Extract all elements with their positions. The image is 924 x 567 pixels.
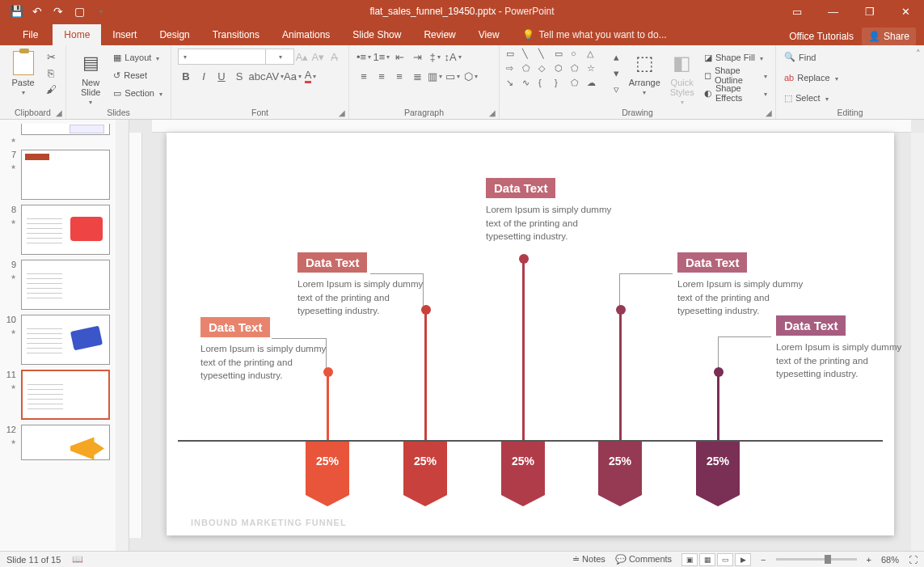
start-from-beginning-icon[interactable]: ▢ [70, 2, 89, 21]
font-launcher-icon[interactable]: ◢ [339, 108, 345, 117]
font-size-combo[interactable] [265, 49, 294, 65]
zoom-slider[interactable] [776, 558, 857, 561]
zoom-out-button[interactable]: − [761, 555, 766, 565]
thumb-11[interactable]: 11★ [0, 367, 129, 422]
slideshow-view-button[interactable]: ▶ [735, 553, 751, 566]
arrange-button[interactable]: ⬚Arrange▾ [627, 49, 661, 107]
shapes-more-icon[interactable]: ▴ [608, 49, 624, 65]
tab-transitions[interactable]: Transitions [201, 24, 271, 45]
cut-button[interactable]: ✂ [43, 49, 59, 65]
banner-3[interactable]: 25% [501, 442, 545, 495]
bullets-button[interactable]: •≡ [356, 49, 372, 65]
banner-5[interactable]: 25% [696, 442, 740, 495]
banner-4[interactable]: 25% [598, 442, 642, 495]
strikethrough-button[interactable]: S [231, 68, 247, 84]
increase-font-button[interactable]: A▴ [294, 49, 310, 65]
copy-button[interactable]: ⎘ [43, 65, 59, 81]
thumb-12[interactable]: 12★ [0, 422, 129, 463]
smartart-button[interactable]: ⬡ [462, 68, 479, 84]
spellcheck-icon[interactable]: 📖 [72, 554, 83, 565]
italic-button[interactable]: I [196, 68, 212, 84]
justify-button[interactable]: ≣ [409, 68, 425, 84]
thumb-9[interactable]: 9★ [0, 257, 129, 312]
layout-button[interactable]: ▦ Layout [112, 49, 164, 66]
tab-animations[interactable]: Animations [271, 24, 341, 45]
fit-to-window-button[interactable]: ⛶ [909, 555, 918, 565]
text-direction-button[interactable]: ↕A [445, 49, 461, 65]
align-text-button[interactable]: ▭ [445, 68, 461, 84]
banner-1[interactable]: 25% [306, 442, 349, 495]
shapes-gallery[interactable]: ▭╲╲▭○△ ⇨⬠◇⬡⬠☆ ↘∿{}⬠☁ [506, 49, 601, 107]
shadow-button[interactable]: abc [249, 68, 265, 84]
restore-button[interactable]: ❐ [851, 0, 888, 23]
thumb-10[interactable]: 10★ [0, 312, 129, 367]
align-center-button[interactable]: ≡ [373, 68, 390, 84]
decrease-indent-button[interactable]: ⇤ [391, 49, 407, 65]
reading-view-button[interactable]: ▭ [717, 553, 733, 566]
font-color-button[interactable]: A [302, 68, 319, 84]
tab-file[interactable]: File [11, 24, 49, 45]
tab-insert[interactable]: Insert [101, 24, 148, 45]
data-desc-4[interactable]: Lorem Ipsum is simply dummy text of the … [677, 277, 815, 318]
share-button[interactable]: 👤Share [862, 28, 916, 45]
shapes-more-icon2[interactable]: ▾ [608, 65, 624, 81]
banner-2[interactable]: 25% [403, 442, 447, 495]
data-desc-5[interactable]: Lorem Ipsum is simply dummy text of the … [776, 341, 913, 381]
decrease-font-button[interactable]: A▾ [310, 49, 326, 65]
find-button[interactable]: 🔍 Find [783, 49, 918, 66]
thumb-8[interactable]: 8★ [0, 202, 129, 257]
sorter-view-button[interactable]: ▦ [699, 553, 715, 566]
underline-button[interactable]: U [213, 68, 230, 84]
new-slide-button[interactable]: ▤ New Slide ▾ [73, 49, 108, 107]
align-right-button[interactable]: ≡ [391, 68, 407, 84]
thumb-6-partial[interactable]: ★ [0, 121, 129, 147]
clipboard-launcher-icon[interactable]: ◢ [56, 108, 62, 117]
align-left-button[interactable]: ≡ [356, 68, 372, 84]
close-button[interactable]: ✕ [888, 0, 924, 23]
zoom-in-button[interactable]: + [867, 555, 871, 565]
collapse-ribbon-icon[interactable]: ˄ [916, 49, 921, 59]
font-name-combo[interactable] [178, 49, 266, 65]
tab-design[interactable]: Design [148, 24, 200, 45]
thumb-scrollbar[interactable] [116, 120, 129, 551]
shape-effects-button[interactable]: ◐ Shape Effects [702, 84, 769, 102]
normal-view-button[interactable]: ▣ [681, 553, 698, 566]
change-case-button[interactable]: Aa [285, 68, 301, 84]
minimize-button[interactable]: — [815, 0, 851, 23]
vertical-ruler[interactable] [129, 133, 142, 538]
zoom-level[interactable]: 68% [881, 555, 899, 565]
quick-styles-button[interactable]: ◧Quick Styles▾ [665, 49, 698, 107]
data-label-2[interactable]: Data Text [297, 252, 367, 273]
reset-button[interactable]: ↺ Reset [112, 66, 164, 84]
notes-button[interactable]: ≐ Notes [572, 554, 605, 565]
data-label-5[interactable]: Data Text [776, 315, 846, 336]
shape-fill-button[interactable]: ◪ Shape Fill [702, 49, 769, 66]
tell-me-input[interactable]: 💡Tell me what you want to do... [511, 24, 678, 45]
tab-view[interactable]: View [467, 24, 511, 45]
data-label-3[interactable]: Data Text [486, 178, 555, 198]
select-button[interactable]: ⬚ Select [783, 90, 918, 107]
shape-outline-button[interactable]: ◻ Shape Outline [702, 66, 769, 84]
numbering-button[interactable]: 1≡ [373, 49, 390, 65]
tab-slideshow[interactable]: Slide Show [341, 24, 412, 45]
section-button[interactable]: ▭ Section [112, 84, 164, 102]
ribbon-display-options-icon[interactable]: ▭ [778, 0, 815, 23]
horizontal-ruler[interactable] [152, 120, 911, 133]
replace-button[interactable]: ab Replace [783, 69, 918, 86]
slide-canvas[interactable]: Data Text Lorem Ipsum is simply dummy te… [167, 133, 894, 535]
comments-button[interactable]: 💬 Comments [615, 554, 672, 565]
redo-icon[interactable]: ↷ [49, 2, 68, 21]
data-desc-3[interactable]: Lorem Ipsum is simply dummy text of the … [486, 203, 623, 243]
thumb-7[interactable]: 7★ [0, 147, 129, 202]
format-painter-button[interactable]: 🖌 [43, 81, 59, 97]
paste-button[interactable]: Paste ▾ [6, 49, 40, 107]
drawing-launcher-icon[interactable]: ◢ [766, 108, 772, 117]
slide-counter[interactable]: Slide 11 of 15 [6, 555, 61, 565]
columns-button[interactable]: ▥ [427, 68, 443, 84]
paragraph-launcher-icon[interactable]: ◢ [489, 108, 496, 117]
line-spacing-button[interactable]: ‡ [427, 49, 443, 65]
undo-icon[interactable]: ↶ [27, 2, 47, 21]
tab-review[interactable]: Review [412, 24, 466, 45]
clear-formatting-button[interactable]: A̶ [326, 49, 342, 65]
slide-footer-title[interactable]: INBOUND MARKETING FUNNEL [191, 518, 347, 527]
